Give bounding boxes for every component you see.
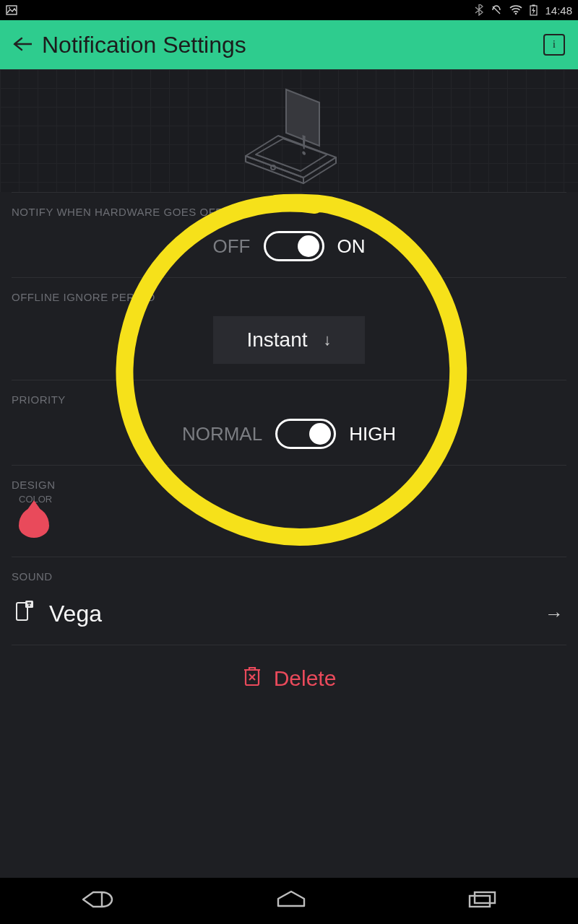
section-ignore-period: OFFLINE IGNORE PERIOD Instant ↓	[12, 277, 566, 380]
sound-label: SOUND	[12, 570, 566, 583]
section-notify-offline: NOTIFY WHEN HARDWARE GOES OFFLINE OFF ON	[12, 192, 566, 277]
priority-label: PRIORITY	[12, 393, 566, 406]
ignore-period-value: Instant	[246, 328, 307, 352]
svg-rect-18	[470, 896, 490, 907]
sound-row[interactable]: Vega →	[12, 596, 566, 633]
wifi-icon	[509, 5, 522, 15]
toggle-on-label: ON	[337, 235, 366, 258]
svg-rect-16	[29, 605, 30, 606]
section-priority: PRIORITY NORMAL HIGH	[12, 380, 566, 465]
sound-value: Vega	[49, 601, 102, 627]
nav-home-button[interactable]	[275, 890, 307, 912]
svg-rect-15	[27, 603, 31, 604]
content-area: NOTIFY WHEN HARDWARE GOES OFFLINE OFF ON…	[0, 192, 578, 878]
color-sublabel: COLOR	[19, 494, 566, 505]
ignore-period-label: OFFLINE IGNORE PERIOD	[12, 291, 566, 303]
hero-illustration: !	[0, 69, 578, 192]
trash-icon	[242, 664, 262, 692]
nav-recent-button[interactable]	[467, 890, 498, 912]
android-status-bar: 14:48	[0, 0, 578, 20]
section-sound: SOUND Vega →	[12, 557, 566, 645]
delete-label: Delete	[274, 666, 337, 691]
status-time: 14:48	[545, 4, 572, 17]
section-design: DESIGN COLOR	[12, 465, 566, 557]
image-notification-icon	[6, 4, 17, 16]
notify-offline-label: NOTIFY WHEN HARDWARE GOES OFFLINE	[12, 206, 566, 218]
color-picker[interactable]	[19, 507, 49, 538]
bluetooth-icon	[475, 4, 483, 16]
page-title: Notification Settings	[42, 32, 246, 58]
svg-rect-4	[532, 5, 535, 6]
chevron-right-icon: →	[545, 603, 564, 625]
delete-button[interactable]: Delete	[12, 645, 566, 711]
android-nav-bar	[0, 878, 578, 924]
info-button[interactable]: i	[543, 34, 565, 56]
svg-point-10	[271, 165, 275, 170]
priority-high-label: HIGH	[349, 423, 396, 445]
design-label: DESIGN	[12, 479, 566, 491]
chevron-down-icon: ↓	[324, 331, 332, 349]
battery-charging-icon	[530, 4, 538, 16]
toggle-off-label: OFF	[213, 235, 251, 258]
svg-marker-5	[532, 7, 535, 14]
back-button[interactable]	[13, 33, 42, 56]
priority-normal-label: NORMAL	[182, 423, 262, 445]
svg-point-1	[9, 7, 10, 9]
svg-rect-14	[25, 601, 33, 608]
svg-point-2	[515, 13, 517, 15]
nav-back-button[interactable]	[80, 889, 115, 912]
app-header: Notification Settings i	[0, 20, 578, 69]
ignore-period-dropdown[interactable]: Instant ↓	[213, 316, 365, 364]
priority-toggle[interactable]	[275, 419, 336, 449]
svg-text:!: !	[299, 127, 309, 162]
vibrate-icon	[491, 4, 502, 16]
svg-rect-19	[475, 892, 495, 903]
notify-offline-toggle[interactable]	[264, 231, 324, 261]
device-sound-icon	[14, 600, 35, 627]
phone-alert-icon: !	[217, 77, 361, 185]
